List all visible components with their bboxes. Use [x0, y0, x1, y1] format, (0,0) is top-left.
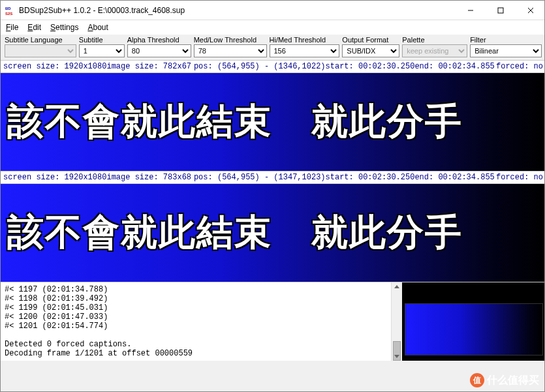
app-icon: BDS2S: [5, 5, 15, 16]
info-line-2: screen size: 1920x1080 image size: 783x6…: [1, 171, 545, 184]
menu-file[interactable]: File: [6, 23, 18, 32]
label-subtitle-language: Subtitle Language: [5, 36, 76, 44]
info1-forced: forced: no: [496, 62, 543, 71]
menu-settings[interactable]: Settings: [50, 23, 78, 32]
info2-image-size: image size: 783x68: [106, 173, 193, 182]
minimize-button[interactable]: [456, 1, 486, 20]
info1-end: end: 00:02:34.855: [414, 62, 496, 71]
titlebar: BDS2S BDSup2Sub++ 1.0.2 - E:\00003.track…: [1, 1, 545, 20]
thumbnail-panel: [402, 282, 545, 361]
info1-pos: pos: (564,955) - (1346,1022): [194, 62, 326, 71]
log-panel[interactable]: #< 1197 (02:01:34.788) #< 1198 (02:01:39…: [1, 282, 391, 361]
select-filter[interactable]: Bilinear: [470, 44, 542, 57]
scrollbar-thumb[interactable]: [393, 341, 401, 361]
log-scrollbar[interactable]: [391, 282, 402, 361]
info2-forced: forced: no: [496, 173, 543, 182]
close-button[interactable]: [516, 1, 545, 20]
svg-text:BD: BD: [5, 7, 11, 10]
select-medlow-threshold[interactable]: 78: [194, 44, 267, 57]
preview-source: 該不會就此結束就此分手: [1, 73, 545, 171]
label-filter: Filter: [470, 36, 542, 44]
select-subtitle-language: [5, 44, 76, 57]
watermark-text: 什么值得买: [487, 374, 539, 387]
svg-rect-4: [498, 8, 503, 13]
watermark: 值 什么值得买: [470, 373, 539, 387]
label-subtitle: Subtitle: [79, 36, 125, 44]
subtitle-text-source: 該不會就此結束就此分手: [7, 97, 463, 147]
watermark-badge: 值: [470, 373, 484, 387]
label-himed-threshold: Hi/Med Threshold: [270, 36, 340, 44]
bottom-panel: #< 1197 (02:01:34.788) #< 1198 (02:01:39…: [1, 282, 545, 361]
info2-end: end: 00:02:34.855: [414, 173, 496, 182]
preview-target: 該不會就此結束就此分手: [1, 184, 545, 282]
label-alpha-threshold: Alpha Threshold: [127, 36, 191, 44]
thumbnail-preview: [405, 303, 543, 355]
label-output-format: Output Format: [342, 36, 399, 44]
menubar: File Edit Settings About: [1, 20, 545, 35]
toolbar: Subtitle Language Subtitle 1 Alpha Thres…: [1, 35, 545, 60]
menu-edit[interactable]: Edit: [27, 23, 41, 32]
select-himed-threshold[interactable]: 156: [270, 44, 340, 57]
info1-screen-size: screen size: 1920x1080: [3, 62, 106, 71]
select-alpha-threshold[interactable]: 80: [127, 44, 191, 57]
menu-about[interactable]: About: [87, 23, 108, 32]
info2-start: start: 00:02:30.250: [326, 173, 415, 182]
select-output-format[interactable]: SUB/IDX: [342, 44, 399, 57]
select-subtitle[interactable]: 1: [79, 44, 125, 57]
info1-image-size: image size: 782x67: [106, 62, 193, 71]
info1-start: start: 00:02:30.250: [326, 62, 415, 71]
subtitle-text-target: 該不會就此結束就此分手: [7, 208, 463, 258]
info2-screen-size: screen size: 1920x1080: [3, 173, 106, 182]
select-palette: keep existing: [402, 44, 467, 57]
label-palette: Palette: [402, 36, 467, 44]
maximize-button[interactable]: [486, 1, 516, 20]
label-medlow-threshold: Med/Low Threshold: [194, 36, 267, 44]
info2-pos: pos: (564,955) - (1347,1023): [194, 173, 326, 182]
svg-text:S2S: S2S: [5, 12, 12, 16]
window-title: BDSup2Sub++ 1.0.2 - E:\00003.track_4608.…: [19, 6, 456, 15]
info-line-1: screen size: 1920x1080 image size: 782x6…: [1, 60, 545, 73]
